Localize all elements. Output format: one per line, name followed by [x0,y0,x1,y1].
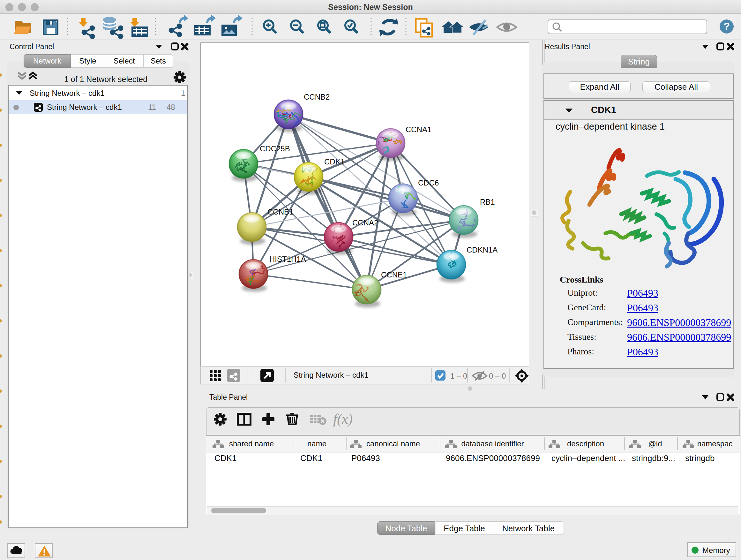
svg-text:RB1: RB1 [480,198,495,206]
svg-text:f(x): f(x) [333,411,353,427]
svg-text:CDKN1A: CDKN1A [467,246,497,254]
svg-text:HIST1H1A: HIST1H1A [269,255,306,263]
svg-text:CDK1: CDK1 [324,158,345,166]
svg-text:CDC6: CDC6 [418,179,439,187]
svg-text:CCNB1: CCNB1 [267,207,293,216]
svg-text:CCNA1: CCNA1 [406,125,431,134]
svg-text:CCNB2: CCNB2 [304,92,330,101]
svg-text:CDC25B: CDC25B [260,144,290,153]
svg-text:CCNA2: CCNA2 [352,219,378,227]
svg-text:CCNE1: CCNE1 [381,270,407,279]
